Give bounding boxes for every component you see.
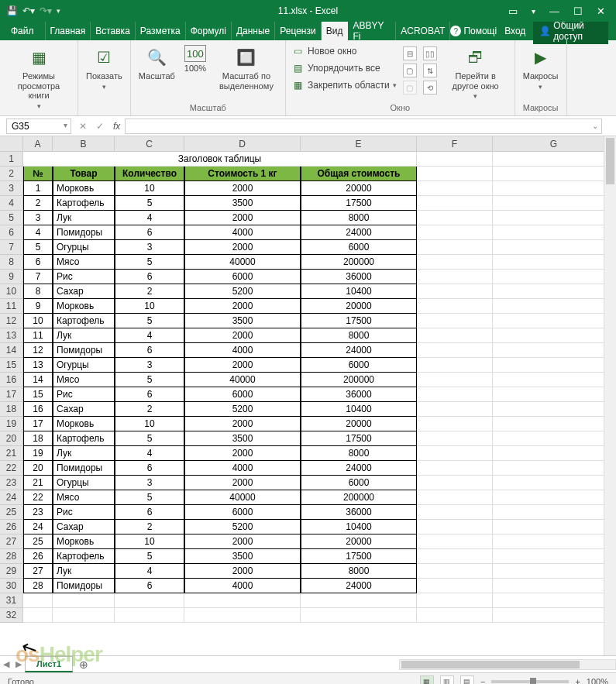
cell[interactable]: 6000 — [184, 505, 301, 520]
cell[interactable]: 4 — [23, 225, 53, 240]
cell[interactable] — [23, 593, 53, 608]
cell[interactable]: 200000 — [301, 255, 417, 270]
cell[interactable]: 15 — [23, 387, 53, 402]
cell[interactable]: Рис — [53, 270, 115, 284]
cell[interactable]: 26 — [23, 549, 53, 564]
row-header[interactable]: 12 — [0, 314, 23, 328]
page-layout-view-icon[interactable]: ▥ — [440, 675, 454, 685]
cell[interactable]: 200000 — [301, 490, 417, 505]
cell[interactable]: Лук — [53, 564, 115, 579]
cell[interactable] — [493, 181, 615, 196]
cell[interactable]: 8 — [23, 284, 53, 299]
cell[interactable]: 10400 — [301, 520, 417, 534]
cell[interactable] — [493, 284, 615, 299]
cell[interactable]: 6 — [115, 343, 184, 358]
cell[interactable] — [417, 608, 493, 623]
cell[interactable] — [493, 328, 615, 343]
cell[interactable] — [417, 520, 493, 534]
cell[interactable]: 24000 — [301, 461, 417, 476]
cell[interactable]: Лук — [53, 328, 115, 343]
cell[interactable] — [417, 225, 493, 240]
row-header[interactable]: 6 — [0, 225, 23, 240]
row-header[interactable]: 19 — [0, 417, 23, 431]
cell[interactable]: 2000 — [184, 417, 301, 431]
zoom-level[interactable]: 100% — [587, 677, 608, 685]
cell[interactable]: 8000 — [301, 328, 417, 343]
sync-scroll-button[interactable]: ⇅ — [423, 64, 437, 77]
cell[interactable] — [493, 402, 615, 417]
row-header[interactable]: 31 — [0, 593, 23, 608]
cell[interactable]: Помидоры — [53, 225, 115, 240]
reset-pos-button[interactable]: ⟲ — [423, 81, 437, 95]
zoom-slider[interactable] — [491, 680, 569, 683]
cell[interactable]: Лук — [53, 211, 115, 225]
cell[interactable]: 5 — [115, 431, 184, 446]
ribbon-min-icon[interactable]: ▾ — [532, 7, 535, 15]
cell[interactable]: Морковь — [53, 417, 115, 431]
select-all-corner[interactable] — [0, 136, 23, 151]
cell[interactable]: 13 — [23, 358, 53, 373]
cell[interactable]: 5 — [115, 549, 184, 564]
cell[interactable]: 4 — [115, 328, 184, 343]
cell[interactable] — [417, 446, 493, 461]
cell[interactable]: 5 — [115, 373, 184, 387]
cell[interactable]: 20000 — [301, 534, 417, 549]
row-header[interactable]: 8 — [0, 255, 23, 270]
hide-button[interactable]: ▢ — [403, 64, 417, 77]
cell[interactable]: 4 — [115, 211, 184, 225]
cell[interactable]: 10 — [115, 299, 184, 314]
cell[interactable]: 5 — [115, 196, 184, 211]
cell[interactable]: 36000 — [301, 270, 417, 284]
cell[interactable] — [493, 593, 615, 608]
cell[interactable] — [53, 608, 115, 623]
col-header-G[interactable]: G — [493, 136, 615, 151]
row-header[interactable]: 3 — [0, 181, 23, 196]
cell[interactable]: Товар — [53, 167, 115, 181]
cell[interactable] — [493, 299, 615, 314]
view-side-button[interactable]: ▯▯ — [423, 46, 437, 60]
row-header[interactable]: 14 — [0, 343, 23, 358]
row-header[interactable]: 32 — [0, 608, 23, 623]
cell[interactable]: 3 — [23, 211, 53, 225]
cell[interactable] — [493, 446, 615, 461]
cell[interactable] — [417, 431, 493, 446]
cell[interactable] — [417, 373, 493, 387]
tab-review[interactable]: Рецензи — [275, 22, 321, 40]
cell[interactable]: 5 — [115, 255, 184, 270]
cell[interactable]: 17500 — [301, 431, 417, 446]
cell[interactable]: 24000 — [301, 225, 417, 240]
cell[interactable] — [493, 314, 615, 328]
cell[interactable]: Картофель — [53, 196, 115, 211]
tab-data[interactable]: Данные — [232, 22, 275, 40]
cell[interactable]: 23 — [23, 505, 53, 520]
cell[interactable] — [417, 461, 493, 476]
col-header-C[interactable]: C — [115, 136, 184, 151]
cell[interactable]: Мясо — [53, 373, 115, 387]
row-header[interactable]: 26 — [0, 520, 23, 534]
cell[interactable]: 2000 — [184, 564, 301, 579]
cell[interactable]: 4 — [115, 446, 184, 461]
cell[interactable]: Картофель — [53, 314, 115, 328]
cell[interactable]: 5200 — [184, 402, 301, 417]
cell[interactable]: 10400 — [301, 402, 417, 417]
cell[interactable] — [493, 564, 615, 579]
cell[interactable]: 5 — [115, 490, 184, 505]
cell[interactable] — [184, 608, 301, 623]
row-header[interactable]: 21 — [0, 446, 23, 461]
cell[interactable]: 24000 — [301, 343, 417, 358]
cell[interactable] — [417, 593, 493, 608]
cell[interactable]: 3500 — [184, 314, 301, 328]
cell[interactable]: 2000 — [184, 181, 301, 196]
cell[interactable] — [417, 196, 493, 211]
cell[interactable]: 7 — [23, 270, 53, 284]
help-button[interactable]: ?Помощі — [450, 26, 497, 36]
zoom-in-icon[interactable]: + — [575, 677, 580, 685]
cell[interactable]: 12 — [23, 343, 53, 358]
cell[interactable]: 3500 — [184, 549, 301, 564]
tab-formulas[interactable]: Формулі — [186, 22, 232, 40]
ribbon-opts-icon[interactable]: ▭ — [508, 5, 518, 17]
cell[interactable]: 4000 — [184, 225, 301, 240]
cell[interactable] — [493, 196, 615, 211]
cell[interactable] — [417, 402, 493, 417]
cell[interactable]: Сахар — [53, 284, 115, 299]
